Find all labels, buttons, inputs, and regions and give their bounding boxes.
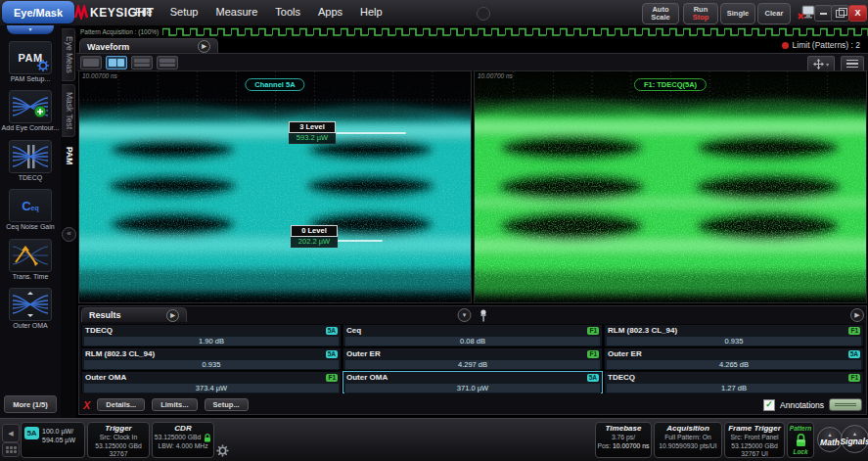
timebase-scale: 3.76 ps/ bbox=[596, 434, 651, 442]
results-tab-label: Results bbox=[89, 310, 121, 320]
channel-5a-badge: 5A bbox=[24, 427, 39, 439]
timebase-pos-value: 10.00700 ns bbox=[613, 442, 649, 449]
result-cell-tdecq-5a[interactable]: TDECQ5A 1.90 dB bbox=[81, 324, 342, 346]
settings-gear-icon[interactable] bbox=[216, 444, 229, 457]
run-stop-button[interactable]: Run Stop bbox=[683, 3, 718, 24]
timebase-corner-label: 10.00700 ns bbox=[478, 72, 513, 79]
channel-scale-panel[interactable]: 5A 100.0 µW/ 594.05 µW bbox=[21, 422, 85, 458]
layout-single-button[interactable] bbox=[80, 56, 102, 69]
gear-icon bbox=[37, 60, 49, 71]
graticule-channel-5a[interactable]: 10.00700 ns Channel 5A 3 Level 593.2 µW … bbox=[78, 70, 472, 303]
result-cell-rlm-f1[interactable]: RLM (802.3 CL_94)F1 0.935 bbox=[604, 324, 864, 346]
clear-label: Clear bbox=[765, 10, 784, 18]
tab-mask-test[interactable]: Mask Test bbox=[62, 84, 75, 137]
timebase-panel[interactable]: Timebase 3.76 ps/ Pos: 10.00700 ns bbox=[595, 422, 652, 458]
eye-diagram-green bbox=[475, 71, 866, 302]
close-button[interactable]: X bbox=[848, 5, 867, 22]
sidebar-item-label: TDECQ bbox=[0, 174, 61, 182]
limits-button[interactable]: Limits... bbox=[152, 398, 197, 411]
result-cell-tdecq-f1[interactable]: TDECQF1 1.27 dB bbox=[604, 371, 864, 393]
menu-setup[interactable]: Setup bbox=[170, 6, 199, 18]
cdr-loop-bandwidth: LBW: 4.000 MHz bbox=[153, 442, 213, 451]
limit-dot-icon bbox=[782, 42, 789, 49]
pam-toolbox-sidebar: ▾ PAM PAM Setup... bbox=[0, 25, 62, 419]
tab-expand-icon[interactable]: ▶ bbox=[198, 40, 210, 53]
mode-dropdown-chevron-icon[interactable]: ▾ bbox=[7, 25, 54, 34]
results-expand-icon[interactable]: ▶ bbox=[166, 309, 179, 322]
results-tab[interactable]: Results ▶ bbox=[81, 307, 187, 322]
level0-marker-line bbox=[336, 240, 383, 242]
result-value: 4.265 dB bbox=[606, 359, 862, 370]
sidebar-item-pam-setup[interactable]: PAM PAM Setup... bbox=[0, 41, 61, 83]
dropdown-arrow-icon: ▾ bbox=[826, 61, 829, 68]
result-cell-outer-oma-f1[interactable]: Outer OMAF1 373.4 µW bbox=[81, 371, 342, 393]
result-cell-outer-er-5a[interactable]: Outer ER5A 4.265 dB bbox=[604, 347, 864, 370]
add-eye-contour-icon bbox=[9, 90, 52, 123]
panel-grid-button[interactable] bbox=[2, 442, 20, 457]
pin-icon[interactable] bbox=[480, 309, 488, 322]
pan-zoom-button[interactable]: ▾ bbox=[807, 56, 835, 71]
layout-two-column-button[interactable] bbox=[106, 56, 127, 69]
keysight-logo-icon bbox=[74, 5, 88, 20]
menu-measure[interactable]: Measure bbox=[215, 6, 257, 18]
sidebar-item-tdecq[interactable]: TDECQ bbox=[0, 140, 61, 182]
eye-mask-mode-button[interactable]: Eye/Mask bbox=[2, 1, 74, 23]
results-scroll-right-icon[interactable]: ▶ bbox=[850, 308, 864, 322]
scroll-left-button[interactable]: ◀ bbox=[2, 424, 20, 442]
layout-grid-button[interactable] bbox=[157, 56, 178, 69]
single-button[interactable]: Single bbox=[720, 3, 755, 24]
menu-file[interactable]: File bbox=[135, 6, 153, 18]
results-collapse-icon[interactable]: ▾ bbox=[458, 308, 472, 322]
acquisition-panel[interactable]: Acquisition Full Pattern: On 10.90590930… bbox=[654, 422, 722, 458]
result-cell-ceq-f1[interactable]: CeqF1 0.08 dB bbox=[343, 324, 603, 346]
result-cell-outer-oma-5a[interactable]: Outer OMA5A 371.0 µW bbox=[343, 371, 603, 393]
menu-help[interactable]: Help bbox=[360, 6, 383, 18]
frame-trigger-title: Frame Trigger bbox=[725, 423, 784, 434]
details-button[interactable]: Details... bbox=[97, 398, 145, 411]
level0-annotation[interactable]: 0 Level 202.2 µW bbox=[291, 225, 338, 248]
auto-scale-button[interactable]: Auto Scale bbox=[642, 3, 679, 24]
pattern-lock-toggle[interactable]: Pattern Lock bbox=[787, 422, 814, 458]
result-cell-outer-er-f1[interactable]: Outer ERF1 4.297 dB bbox=[343, 347, 603, 370]
sidebar-item-ceq-noise-gain[interactable]: Ceq Ceq Noise Gain bbox=[0, 189, 61, 231]
title-bar: Eye/Mask KEYSIGHT File Setup Measure Too… bbox=[0, 0, 868, 26]
level3-marker-line bbox=[336, 132, 406, 134]
more-button[interactable]: More (1/5) bbox=[4, 395, 57, 413]
sidebar-collapse-button[interactable]: « bbox=[62, 227, 76, 242]
level3-annotation[interactable]: 3 Level 593.2 µW bbox=[289, 121, 336, 144]
network-status-icon[interactable] bbox=[798, 5, 815, 21]
graticule-menu-button[interactable] bbox=[841, 56, 864, 71]
menu-apps[interactable]: Apps bbox=[318, 6, 343, 18]
sidebar-item-trans-time[interactable]: Trans. Time bbox=[0, 239, 61, 281]
delete-measurement-icon[interactable]: X bbox=[83, 399, 90, 411]
graticule-area: 10.00700 ns Channel 5A 3 Level 593.2 µW … bbox=[78, 70, 867, 303]
result-name: TDECQ bbox=[608, 373, 635, 382]
setup-button[interactable]: Setup... bbox=[205, 398, 249, 411]
f1-tdecq-label[interactable]: F1: TDECQ(5A) bbox=[634, 78, 707, 91]
layout-two-row-button[interactable] bbox=[131, 56, 153, 69]
cdr-panel[interactable]: CDR 53.125000 GBd LBW: 4.000 MHz bbox=[152, 422, 214, 458]
trigger-panel[interactable]: Trigger Src: Clock In 53.125000 GBd 3276… bbox=[87, 422, 150, 458]
waveform-tab[interactable]: Waveform ▶ bbox=[79, 38, 218, 54]
annotation-color-button[interactable] bbox=[829, 398, 862, 411]
pattern-lock-top-label: Pattern bbox=[790, 425, 811, 432]
channel-5a-label[interactable]: Channel 5A bbox=[245, 78, 304, 91]
sidebar-item-outer-oma[interactable]: Outer OMA bbox=[0, 288, 61, 330]
move-icon bbox=[813, 59, 824, 69]
source-badge: F1 bbox=[848, 374, 860, 382]
tab-pam[interactable]: PAM bbox=[62, 140, 74, 171]
sidebar-item-add-eye-contour[interactable]: Add Eye Contour... bbox=[0, 90, 61, 132]
trigger-rate: 53.125000 GBd bbox=[88, 442, 149, 451]
frame-trigger-panel[interactable]: Frame Trigger Src: Front Panel 53.125000… bbox=[724, 422, 785, 458]
annotations-checkbox[interactable]: ✓ bbox=[763, 399, 775, 411]
graticule-f1-tdecq[interactable]: 10.00700 ns F1: TDECQ(5A) bbox=[474, 70, 867, 303]
tab-eye-meas[interactable]: Eye Meas bbox=[62, 28, 75, 81]
signals-button[interactable]: ▲ Signals bbox=[841, 425, 868, 453]
menu-tools[interactable]: Tools bbox=[275, 6, 300, 18]
clear-button[interactable]: Clear bbox=[757, 3, 791, 24]
result-name: Ceq bbox=[346, 326, 361, 335]
result-cell-rlm-5a[interactable]: RLM (802.3 CL_94)5A 0.935 bbox=[81, 347, 342, 370]
restore-button[interactable] bbox=[831, 5, 849, 22]
math-button[interactable]: ▲ Math bbox=[817, 427, 843, 452]
stop-label: Stop bbox=[693, 14, 709, 22]
